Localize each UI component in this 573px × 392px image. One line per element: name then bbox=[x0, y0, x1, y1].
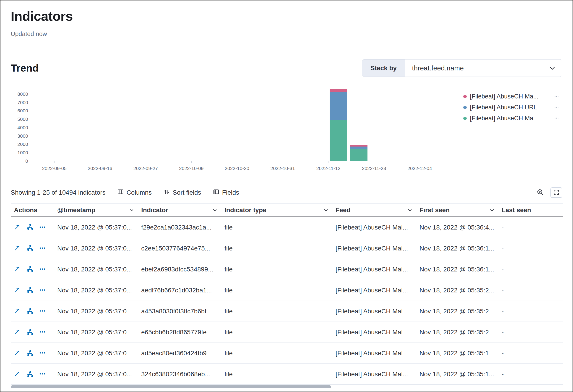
x-axis-label: 2022-09-05 bbox=[32, 166, 77, 171]
legend-actions-button[interactable] bbox=[554, 105, 559, 110]
investigate-timeline-button[interactable] bbox=[26, 266, 33, 273]
column-header-last_seen[interactable]: Last seen bbox=[498, 204, 563, 217]
feed-cell: [Filebeat] AbuseCH Mal... bbox=[332, 280, 416, 301]
stack-by-select[interactable]: Stack by threat.feed.name bbox=[362, 59, 562, 77]
sort-fields-icon bbox=[163, 189, 170, 196]
horizontal-scrollbar-thumb[interactable] bbox=[11, 385, 331, 388]
stack-by-label: Stack by bbox=[362, 59, 405, 77]
columns-button[interactable]: Columns bbox=[117, 189, 152, 196]
more-actions-button[interactable] bbox=[39, 329, 46, 336]
table-row: Nov 18, 2022 @ 05:37:0... ebef2a6983dfcc… bbox=[11, 259, 563, 280]
more-actions-icon bbox=[39, 329, 46, 336]
column-header-first_seen[interactable]: First seen bbox=[416, 204, 498, 217]
x-axis-tick bbox=[100, 161, 100, 163]
legend-item-label: [Filebeat] AbuseCH Ma... bbox=[470, 93, 538, 100]
chart-bar-segment bbox=[350, 149, 367, 161]
x-axis-label: 2022-09-16 bbox=[77, 166, 123, 171]
open-detail-button[interactable] bbox=[14, 308, 20, 315]
indicator-cell: ebef2a6983dfcc534899... bbox=[138, 259, 221, 280]
investigate-timeline-icon bbox=[26, 266, 33, 273]
open-detail-button[interactable] bbox=[14, 245, 20, 252]
column-menu-chevron-icon[interactable] bbox=[129, 207, 134, 213]
column-header-label: @timestamp bbox=[57, 206, 95, 214]
legend-item[interactable]: [Filebeat] AbuseCH Ma... bbox=[463, 91, 559, 102]
table-row: Nov 18, 2022 @ 05:37:0... e65cbb6b28d865… bbox=[11, 322, 563, 343]
column-header-label: Indicator type bbox=[224, 206, 267, 214]
investigate-timeline-icon bbox=[26, 245, 33, 252]
fullscreen-button[interactable] bbox=[550, 187, 562, 198]
column-header-indicator_type[interactable]: Indicator type bbox=[221, 204, 332, 217]
column-menu-chevron-icon[interactable] bbox=[407, 207, 413, 213]
more-actions-button[interactable] bbox=[39, 350, 46, 357]
investigate-timeline-button[interactable] bbox=[26, 224, 33, 231]
legend-actions-button[interactable] bbox=[554, 94, 559, 99]
expand-row-icon bbox=[14, 350, 20, 357]
column-header-timestamp[interactable]: @timestamp bbox=[54, 204, 138, 217]
chart-legend: [Filebeat] AbuseCH Ma... [Filebeat] Abus… bbox=[456, 87, 562, 174]
open-detail-button[interactable] bbox=[14, 371, 20, 378]
column-header-indicator[interactable]: Indicator bbox=[138, 204, 221, 217]
y-axis-label: 0 bbox=[11, 158, 28, 164]
expand-row-icon bbox=[14, 266, 20, 273]
first-seen-cell: Nov 18, 2022 @ 05:36:1... bbox=[416, 238, 498, 259]
timestamp-cell: Nov 18, 2022 @ 05:37:0... bbox=[54, 322, 138, 343]
feed-cell: [Filebeat] AbuseCH Mal... bbox=[332, 259, 416, 280]
showing-count: Showing 1-25 of 10494 indicators bbox=[11, 189, 106, 196]
fields-button[interactable]: Fields bbox=[213, 189, 239, 196]
investigate-timeline-button[interactable] bbox=[26, 287, 33, 294]
indicators-page: Indicators Updated now Trend Stack by th… bbox=[0, 0, 573, 392]
legend-item[interactable]: [Filebeat] AbuseCH Ma... bbox=[463, 113, 559, 124]
sort-fields-button[interactable]: Sort fields bbox=[163, 189, 201, 196]
open-detail-button[interactable] bbox=[14, 266, 20, 273]
table-row: Nov 18, 2022 @ 05:37:0... a453a8030f0f3f… bbox=[11, 301, 563, 322]
indicator-type-cell: file bbox=[221, 322, 332, 343]
columns-icon bbox=[117, 189, 124, 196]
chart-bar-segment bbox=[330, 120, 347, 161]
last-seen-cell: - bbox=[498, 343, 563, 364]
more-actions-button[interactable] bbox=[39, 287, 46, 294]
open-detail-button[interactable] bbox=[14, 350, 20, 357]
column-header-label: Indicator bbox=[141, 206, 168, 214]
x-axis-tick bbox=[237, 161, 237, 163]
more-actions-button[interactable] bbox=[39, 308, 46, 315]
legend-color-dot bbox=[463, 117, 467, 120]
timestamp-cell: Nov 18, 2022 @ 05:37:0... bbox=[54, 301, 138, 322]
column-menu-chevron-icon[interactable] bbox=[323, 207, 329, 213]
investigate-timeline-button[interactable] bbox=[26, 245, 33, 252]
legend-item[interactable]: [Filebeat] AbuseCH URL bbox=[463, 102, 559, 113]
indicator-type-cell: file bbox=[221, 238, 332, 259]
more-actions-button[interactable] bbox=[39, 224, 46, 231]
table-row: Nov 18, 2022 @ 05:37:0... aedf76b667c1d0… bbox=[11, 280, 563, 301]
investigate-timeline-button[interactable] bbox=[26, 371, 33, 378]
investigate-timeline-button[interactable] bbox=[26, 329, 33, 336]
indicator-cell: ad5eac80ed360424fb9... bbox=[138, 343, 221, 364]
sort-fields-button-label: Sort fields bbox=[173, 189, 201, 196]
legend-actions-button[interactable] bbox=[554, 116, 559, 121]
open-detail-button[interactable] bbox=[14, 287, 20, 294]
expand-row-icon bbox=[14, 308, 20, 315]
trend-chart: 0100020003000400050006000700080002022-09… bbox=[11, 87, 456, 174]
inspect-button[interactable] bbox=[537, 189, 544, 197]
y-axis-label: 8000 bbox=[11, 91, 28, 97]
open-detail-button[interactable] bbox=[14, 329, 20, 336]
first-seen-cell: Nov 18, 2022 @ 05:36:1... bbox=[416, 259, 498, 280]
column-menu-chevron-icon[interactable] bbox=[489, 207, 495, 213]
column-header-feed[interactable]: Feed bbox=[332, 204, 416, 217]
indicator-cell: 324c63802346b068eb... bbox=[138, 364, 221, 385]
more-actions-button[interactable] bbox=[39, 371, 46, 378]
column-header-actions[interactable]: Actions bbox=[11, 204, 54, 217]
header-divider bbox=[0, 48, 573, 48]
feed-cell: [Filebeat] AbuseCH Mal... bbox=[332, 322, 416, 343]
column-menu-chevron-icon[interactable] bbox=[212, 207, 218, 213]
more-actions-button[interactable] bbox=[39, 245, 46, 252]
feed-cell: [Filebeat] AbuseCH Mal... bbox=[332, 238, 416, 259]
legend-color-dot bbox=[463, 106, 467, 109]
open-detail-button[interactable] bbox=[14, 224, 20, 231]
indicator-type-cell: file bbox=[221, 343, 332, 364]
investigate-timeline-button[interactable] bbox=[26, 308, 33, 315]
more-actions-button[interactable] bbox=[39, 266, 46, 273]
indicator-type-cell: file bbox=[221, 280, 332, 301]
x-axis-label: 2022-10-31 bbox=[260, 166, 305, 171]
investigate-timeline-button[interactable] bbox=[26, 350, 33, 357]
chart-bar-segment bbox=[330, 89, 347, 92]
